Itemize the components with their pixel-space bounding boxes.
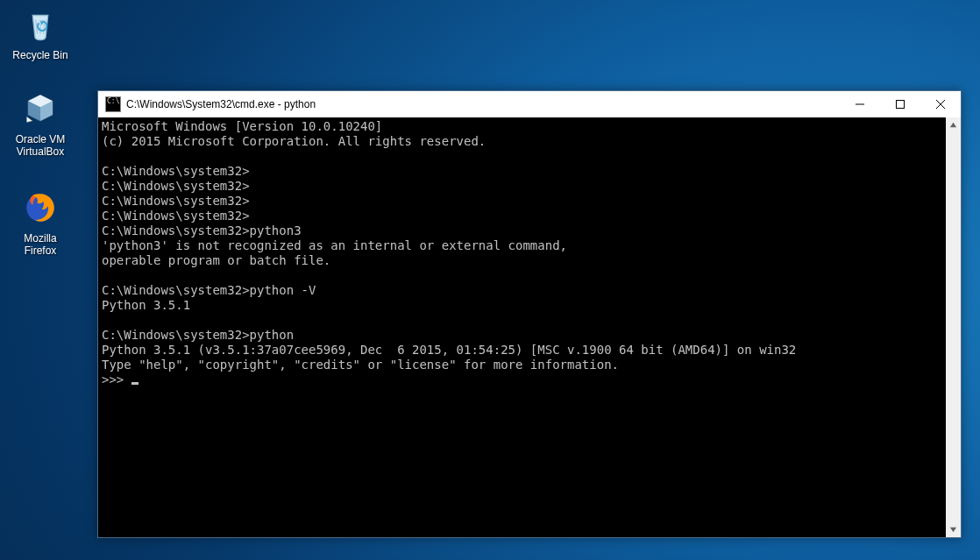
- cmd-icon: [105, 96, 121, 112]
- titlebar[interactable]: C:\Windows\System32\cmd.exe - python: [98, 91, 961, 117]
- window-title: C:\Windows\System32\cmd.exe - python: [126, 98, 316, 110]
- desktop-icon-virtualbox[interactable]: Oracle VM VirtualBox: [7, 88, 74, 158]
- minimize-button[interactable]: [840, 91, 880, 117]
- close-button[interactable]: [920, 91, 961, 117]
- svg-marker-10: [950, 528, 956, 532]
- svg-rect-6: [897, 101, 905, 109]
- desktop-icon-label: Mozilla Firefox: [7, 232, 74, 257]
- maximize-button[interactable]: [880, 91, 920, 117]
- firefox-icon: [19, 187, 61, 229]
- desktop-icon-recycle-bin[interactable]: Recycle Bin: [7, 4, 74, 61]
- cursor: [131, 382, 138, 385]
- desktop-icon-firefox[interactable]: Mozilla Firefox: [7, 187, 74, 257]
- scrollbar[interactable]: [946, 117, 961, 537]
- scroll-down-button[interactable]: [946, 522, 961, 537]
- virtualbox-icon: [19, 88, 61, 130]
- desktop-icon-label: Oracle VM VirtualBox: [7, 133, 74, 158]
- terminal-output[interactable]: Microsoft Windows [Version 10.0.10240] (…: [98, 117, 946, 537]
- cmd-window[interactable]: C:\Windows\System32\cmd.exe - python Mic…: [97, 90, 962, 538]
- recycle-bin-icon: [19, 4, 61, 46]
- desktop-icon-label: Recycle Bin: [7, 49, 74, 61]
- svg-marker-9: [950, 123, 956, 127]
- scroll-up-button[interactable]: [946, 117, 961, 132]
